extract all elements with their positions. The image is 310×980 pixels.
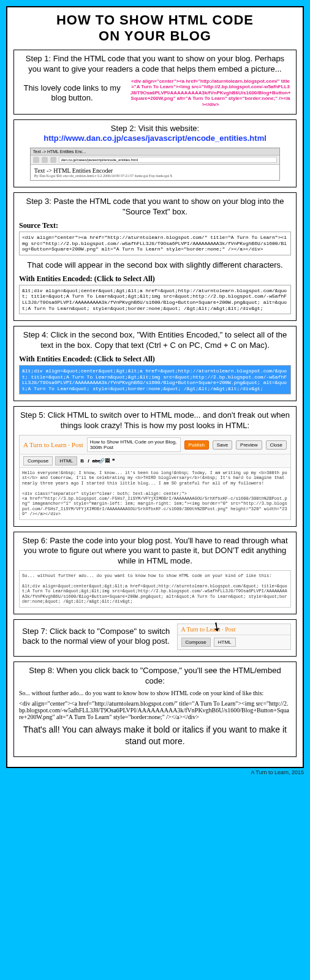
step-8-box: Step 8: When you click back to "Compose,… [13,662,297,757]
image-icon[interactable]: 🖼 [105,458,110,464]
step-1-code: <div align="center"><a href="http://atur… [130,78,291,108]
save-button[interactable]: Save [213,440,232,450]
step-5-text: Step 5: Click HTML to switch over to HTM… [19,410,291,431]
step-7-text: Step 7: Click back to "Compose" to switc… [19,627,173,647]
step-8-intro: So... without further ado... do you want… [19,690,291,696]
step-2-box: Step 2: Visit this website: http://www.d… [13,119,297,188]
tutorial-page: HOW TO SHOW HTML CODE ON YOUR BLOG Step … [6,6,304,768]
format-icons: B I abc 🔗 🖼 ❝ [80,458,116,464]
html-tab[interactable]: HTML [55,456,77,466]
encoded-text-box[interactable]: &lt;div align=&quot;center&quot;&gt;&lt;… [19,285,291,314]
step-6-box: Step 6: Paste the code into your blog po… [13,532,297,614]
encoded-label: With Entities Encoded: (Click to Select … [19,274,291,284]
step-8-outro: That's all! You can always make it bold … [19,724,291,746]
forward-icon [42,157,48,163]
step-4-text: Step 4: Click in the second box, "With E… [19,330,291,351]
quote-icon[interactable]: ❝ [111,458,116,464]
step-6-text: Step 6: Paste the code into your blog po… [19,536,291,567]
encoded-text-box-selected[interactable]: &lt;div align=&quot;center&quot;&gt;&lt;… [19,365,291,394]
step-8-text: Step 8: When you click back to "Compose,… [19,666,291,687]
strike-icon[interactable]: abc [93,458,97,464]
blogger-logo-small: A Turn to Learn · Post [178,624,290,635]
reload-icon [50,157,56,163]
browser-toolbar: dan.co.jp/cases/javascript/encode_entiti… [31,156,279,165]
blogger-editor-screenshot: A Turn to Learn · Post How to Show HTML … [19,435,291,520]
publish-button[interactable]: Publish [184,440,209,450]
bold-icon[interactable]: B [80,458,85,464]
post-title-input[interactable]: How to Show HTML Code on your Blog, 300t… [87,437,181,452]
encoder-page-title: Text -> HTML Entities Encoder [34,167,276,174]
compose-tab-active[interactable]: Compose [181,638,211,647]
source-text-box[interactable]: <div align="center"><a href="http://atur… [19,232,291,255]
step-7-box: Step 7: Click back to "Compose" to switc… [13,619,297,657]
blogger-compose-screenshot: ➘ A Turn to Learn · Post Compose HTML [177,624,291,650]
preview-button[interactable]: Preview [236,440,262,450]
html-editor-body-pasted[interactable]: So... without further ado... do you want… [19,570,291,607]
step-2-text: Step 2: Visit this website: http://www.d… [19,124,291,145]
encoder-url-link[interactable]: http://www.dan.co.jp/cases/javascript/en… [43,134,267,143]
browser-screenshot: Text -> HTML Entities Enc... dan.co.jp/c… [30,148,280,181]
page-title: HOW TO SHOW HTML CODE ON YOUR BLOG [13,12,297,45]
encoded-label-2: With Entities Encoded: (Click to Select … [19,355,291,364]
encoder-page-sub: By Dan Kogai $Id: encode_entities.html,v… [34,174,276,178]
html-editor-body[interactable]: Hello everyone!&nbsp; I know, I know... … [20,468,290,519]
browser-tab: Text -> HTML Entities Enc... [31,148,279,156]
step-3-text: Step 3: Paste the HTML code that you wan… [19,197,291,217]
step-3-box: Step 3: Paste the HTML code that you wan… [13,192,297,321]
step-4-box: Step 4: Click in the second box, "With E… [13,326,297,401]
title-line-2: ON YOUR BLOG [99,28,211,43]
italic-icon[interactable]: I [86,458,91,464]
step-1-text: Step 1: Find the HTML code that you want… [19,54,291,75]
step-1-box: Step 1: Find the HTML code that you want… [13,50,297,115]
step-3-mid-text: That code will appear in the second box … [19,260,291,271]
step-8-code: <div align="center"><a href="http://atur… [19,700,291,720]
link-icon[interactable]: 🔗 [99,458,104,464]
html-tab-2[interactable]: HTML [214,638,236,647]
back-icon [33,157,39,163]
page-footer: A Turn to Learn, 2015 [6,769,304,775]
blogger-logo: A Turn to Learn · Post [23,441,83,448]
source-text-label: Source Text: [19,221,291,230]
close-button[interactable]: Close [266,440,287,450]
url-bar: dan.co.jp/cases/javascript/encode_entiti… [59,157,277,163]
compose-tab[interactable]: Compose [23,456,53,466]
step-1-caption: This lovely code links to my blog button… [19,83,125,102]
step-5-box: Step 5: Click HTML to switch over to HTM… [13,406,297,526]
title-line-1: HOW TO SHOW HTML CODE [56,12,254,28]
